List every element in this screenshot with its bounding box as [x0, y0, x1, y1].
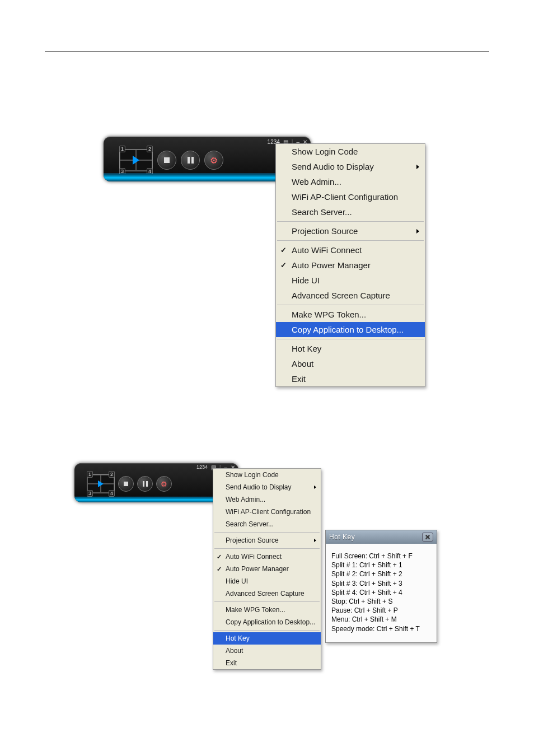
- stop-icon: [124, 482, 128, 486]
- hotkey-line: Full Screen: Ctrl + Shift + F: [331, 552, 431, 561]
- context-menu: Show Login Code Send Audio to Display We…: [213, 468, 321, 670]
- hotkey-line: Speedy mode: Ctrl + Shift + T: [331, 624, 431, 633]
- menu-make-token[interactable]: Make WPG Token...: [276, 307, 425, 322]
- menu-projection-source[interactable]: Projection Source: [276, 223, 425, 239]
- quad-1-label: 1: [87, 471, 93, 478]
- pause-button[interactable]: [181, 151, 200, 170]
- menu-about[interactable]: About: [276, 356, 425, 371]
- dialog-title: Hot Key: [329, 533, 355, 541]
- pause-button[interactable]: [137, 476, 153, 492]
- menu-copy-app[interactable]: Copy Application to Desktop...: [276, 322, 425, 337]
- menu-auto-power[interactable]: ✓Auto Power Manager: [213, 563, 321, 575]
- menu-item-label: Make WPG Token...: [292, 310, 366, 319]
- menu-item-label: Advanced Screen Capture: [292, 291, 390, 300]
- dialog-titlebar: Hot Key ✕: [326, 530, 437, 544]
- play-icon: [98, 480, 104, 487]
- dialog-body: Full Screen: Ctrl + Shift + F Split # 1:…: [326, 544, 437, 642]
- menu-item-label: About: [226, 647, 243, 655]
- menu-item-label: Projection Source: [226, 536, 279, 544]
- chevron-right-icon: [314, 486, 316, 489]
- menu-auto-wifi[interactable]: ✓Auto WiFi Connect: [276, 242, 425, 258]
- player-code: 1234: [196, 464, 208, 470]
- pause-icon: [188, 157, 194, 164]
- menu-exit[interactable]: Exit: [276, 371, 425, 386]
- menu-show-login-code[interactable]: Show Login Code: [213, 469, 321, 481]
- close-icon: ✕: [425, 533, 431, 541]
- chevron-right-icon: [314, 539, 316, 542]
- menu-item-label: Exit: [226, 659, 237, 667]
- stop-button[interactable]: [118, 476, 134, 492]
- menu-make-token[interactable]: Make WPG Token...: [213, 604, 321, 616]
- context-menu: Show Login Code Send Audio to Display We…: [275, 143, 425, 387]
- check-icon: ✓: [217, 553, 222, 561]
- menu-item-label: Show Login Code: [226, 471, 279, 479]
- menu-item-label: Show Login Code: [292, 147, 358, 156]
- menu-item-label: Hot Key: [226, 634, 250, 642]
- menu-show-login-code[interactable]: Show Login Code: [276, 144, 425, 159]
- menu-send-audio[interactable]: Send Audio to Display: [213, 481, 321, 493]
- menu-search-server[interactable]: Search Server...: [213, 518, 321, 530]
- menu-item-label: Hide UI: [292, 276, 320, 285]
- split-screen-selector[interactable]: 1 2 3 4: [87, 474, 115, 493]
- menu-item-label: Auto Power Manager: [226, 565, 289, 573]
- menu-button[interactable]: ⚙: [156, 476, 172, 492]
- hotkey-line: Split # 3: Ctrl + Shift + 3: [331, 579, 431, 588]
- hotkey-line: Menu: Ctrl + Shift + M: [331, 615, 431, 624]
- menu-wifi-ap[interactable]: WiFi AP-Client Configuration: [276, 189, 425, 204]
- menu-item-label: Search Server...: [292, 207, 352, 217]
- hotkey-line: Split # 4: Ctrl + Shift + 4: [331, 588, 431, 597]
- hotkey-line: Stop: Ctrl + Shift + S: [331, 597, 431, 606]
- menu-item-label: Send Audio to Display: [226, 483, 291, 491]
- hotkey-line: Split # 2: Ctrl + Shift + 2: [331, 570, 431, 578]
- menu-item-label: Copy Application to Desktop...: [292, 325, 404, 334]
- hotkey-line: Pause: Ctrl + Shift + P: [331, 606, 431, 615]
- menu-item-label: Auto WiFi Connect: [292, 245, 362, 255]
- stop-icon: [164, 157, 170, 163]
- check-icon: ✓: [280, 246, 287, 254]
- menu-button[interactable]: ⚙: [204, 151, 223, 170]
- check-icon: ✓: [217, 566, 222, 573]
- menu-search-server[interactable]: Search Server...: [276, 204, 425, 220]
- menu-item-label: WiFi AP-Client Configuration: [226, 508, 311, 516]
- menu-auto-wifi[interactable]: ✓Auto WiFi Connect: [213, 550, 321, 563]
- menu-item-label: Make WPG Token...: [226, 606, 285, 614]
- quad-4-label: 4: [109, 490, 115, 497]
- menu-exit[interactable]: Exit: [213, 657, 321, 669]
- menu-web-admin[interactable]: Web Admin...: [276, 174, 425, 189]
- menu-item-label: Advanced Screen Capture: [226, 590, 305, 598]
- menu-item-label: Auto WiFi Connect: [226, 553, 282, 561]
- menu-hide-ui[interactable]: Hide UI: [213, 575, 321, 587]
- menu-send-audio[interactable]: Send Audio to Display: [276, 159, 425, 174]
- menu-item-label: Exit: [292, 374, 306, 384]
- chevron-right-icon: [416, 165, 419, 169]
- menu-about[interactable]: About: [213, 645, 321, 657]
- hotkey-dialog: Hot Key ✕ Full Screen: Ctrl + Shift + F …: [325, 530, 437, 643]
- quad-2-label: 2: [147, 146, 153, 152]
- gear-icon: ⚙: [210, 155, 218, 166]
- menu-item-label: Projection Source: [292, 226, 358, 236]
- pause-icon: [143, 481, 148, 487]
- quad-1-label: 1: [119, 146, 125, 152]
- menu-auto-power[interactable]: ✓Auto Power Manager: [276, 258, 425, 273]
- menu-web-admin[interactable]: Web Admin...: [213, 493, 321, 506]
- check-icon: ✓: [280, 261, 287, 269]
- stop-button[interactable]: [157, 151, 176, 170]
- menu-adv-capture[interactable]: Advanced Screen Capture: [213, 587, 321, 600]
- menu-projection-source[interactable]: Projection Source: [213, 534, 321, 547]
- close-button[interactable]: ✕: [422, 533, 433, 542]
- menu-item-label: Copy Application to Desktop...: [226, 618, 315, 626]
- menu-item-label: Send Audio to Display: [292, 162, 374, 171]
- menu-adv-capture[interactable]: Advanced Screen Capture: [276, 288, 425, 303]
- gear-icon: ⚙: [161, 480, 167, 488]
- menu-hide-ui[interactable]: Hide UI: [276, 273, 425, 288]
- split-screen-selector[interactable]: 1 2 3 4: [119, 149, 153, 171]
- menu-item-label: Auto Power Manager: [292, 260, 371, 270]
- hotkey-line: Split # 1: Ctrl + Shift + 1: [331, 561, 431, 570]
- menu-hot-key[interactable]: Hot Key: [276, 341, 425, 356]
- menu-item-label: Search Server...: [226, 520, 274, 528]
- divider: [45, 52, 489, 52]
- menu-wifi-ap[interactable]: WiFi AP-Client Configuration: [213, 506, 321, 518]
- menu-hot-key[interactable]: Hot Key: [213, 632, 321, 645]
- menu-copy-app[interactable]: Copy Application to Desktop...: [213, 616, 321, 628]
- menu-item-label: Hot Key: [292, 344, 321, 353]
